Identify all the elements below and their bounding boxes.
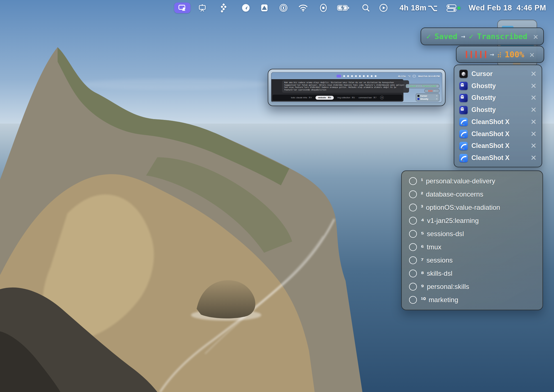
task-number: ⁷: [421, 256, 424, 264]
ghostty-app-icon: [459, 106, 468, 114]
cursor-app-icon: [459, 70, 468, 78]
close-icon[interactable]: ✕: [530, 118, 537, 126]
window-row[interactable]: CleanShot X ✕: [459, 118, 537, 126]
radio-button[interactable]: [409, 204, 417, 211]
radio-button[interactable]: [409, 190, 417, 198]
wifi-icon[interactable]: [298, 4, 308, 12]
display-mirroring-icon[interactable]: [198, 4, 206, 12]
task-row[interactable]: ⁵ sessions-dsl: [409, 228, 542, 240]
close-icon[interactable]: ✕: [530, 94, 537, 102]
mini-tab: img collection⌘6: [337, 96, 355, 99]
screenshot-preview-thumbnail[interactable]: 4h 17m ⌥ Wed Feb 18 4:45 PM Bak ama biz …: [268, 69, 446, 106]
radio-button[interactable]: [409, 270, 417, 277]
desktop: { "colors": { "accent_purple": "#7a6cf0"…: [0, 0, 554, 392]
radio-button[interactable]: [409, 283, 417, 291]
window-app-name: Ghostty: [471, 94, 496, 102]
radio-button[interactable]: [409, 296, 417, 304]
close-icon[interactable]: ✕: [530, 154, 537, 162]
task-list-panel: ¹ personal:value-delivery ² database-con…: [401, 170, 543, 310]
close-icon[interactable]: ✕: [530, 106, 537, 114]
transcribed-label: Transcribed: [477, 32, 527, 41]
task-label: database-concerns: [426, 190, 483, 198]
mini-control-center-icon: [413, 75, 416, 77]
task-row[interactable]: ⁶ tmux: [409, 241, 542, 253]
mini-menubar-icon: [343, 75, 345, 77]
close-icon[interactable]: ✕: [530, 130, 537, 138]
window-row[interactable]: CleanShot X ✕: [459, 142, 537, 150]
task-label: marketing: [429, 296, 458, 304]
ghostty-app-icon: [459, 82, 468, 90]
mini-add-tab-icon: +: [380, 96, 384, 99]
task-label: personal:skills: [427, 283, 469, 291]
shapes-app-icon[interactable]: [260, 4, 269, 12]
mini-menubar-icon: [355, 75, 357, 77]
saved-label: Saved: [435, 32, 457, 41]
option-key-icon[interactable]: ⌥: [428, 0, 438, 16]
mini-dictation-overlay: Bak ama biz sadece arama olayı değiliz. …: [282, 80, 409, 93]
radio-button[interactable]: [409, 230, 417, 238]
task-row[interactable]: ⁹ personal:skills: [409, 281, 542, 293]
window-row[interactable]: Ghostty ✕: [459, 106, 537, 114]
check-icon: ✓: [426, 32, 431, 41]
task-row[interactable]: ⁷ sessions: [409, 254, 542, 266]
task-row[interactable]: ⁸ skills-dsl: [409, 267, 542, 280]
menubar-time: 4:46 PM: [517, 4, 546, 12]
location-arrow-icon[interactable]: [242, 4, 250, 12]
arrow-icon: →: [490, 50, 494, 58]
stop-record-icon[interactable]: [319, 3, 328, 12]
spotlight-search-icon[interactable]: [362, 4, 370, 12]
close-icon[interactable]: ✕: [530, 50, 534, 59]
task-label: sessions: [426, 256, 453, 264]
window-row[interactable]: Ghostty ✕: [459, 82, 537, 90]
cleanshot-app-icon: [459, 142, 468, 150]
mini-window-row: Ghostty ✕: [417, 98, 438, 100]
close-icon[interactable]: ✕: [530, 82, 537, 90]
task-row[interactable]: ¹ personal:value-delivery: [409, 175, 542, 187]
mini-menubar-clock: Wed Feb 18 4:45 PM: [418, 75, 440, 78]
task-number: ³: [421, 204, 423, 211]
cleanshot-app-icon: [459, 130, 468, 138]
radio-button[interactable]: [409, 177, 417, 185]
mini-tab: todo: claude infra⌘4: [291, 96, 312, 99]
window-row[interactable]: Cursor ✕: [459, 70, 537, 78]
mini-window-row: Cursor ✕: [417, 95, 438, 97]
mini-tab-bar: todo: claude infra⌘4 website⌘5 img colle…: [273, 95, 402, 101]
window-row[interactable]: CleanShot X ✕: [459, 154, 537, 162]
task-row[interactable]: ³ optionOS:value-radiation: [409, 201, 542, 214]
menubar-timer[interactable]: 4h 18m: [399, 0, 426, 16]
tiles-icon[interactable]: [219, 3, 228, 13]
radio-button[interactable]: [409, 243, 417, 251]
window-row[interactable]: CleanShot X ✕: [459, 130, 537, 138]
ghostty-app-icon: [459, 94, 468, 102]
task-row[interactable]: ² database-concerns: [409, 188, 542, 200]
control-center-icon[interactable]: [446, 4, 457, 12]
window-row[interactable]: Ghostty ✕: [459, 94, 537, 102]
close-icon[interactable]: ✕: [530, 142, 537, 150]
radio-button[interactable]: [409, 256, 417, 264]
mini-screen-recording-icon: [337, 75, 341, 78]
task-row[interactable]: ⁴ v1-jan25:learning: [409, 215, 542, 227]
mini-option-key-icon: ⌥: [408, 75, 410, 78]
close-icon[interactable]: ✕: [533, 32, 538, 41]
volume-value: 100%: [505, 50, 524, 59]
task-number: ⁴: [421, 217, 424, 225]
menubar-clock[interactable]: Wed Feb 18 4:46 PM: [469, 0, 546, 16]
mini-menubar-icon: [359, 75, 361, 77]
task-label: v1-jan25:learning: [427, 217, 479, 225]
radio-button[interactable]: [409, 217, 417, 225]
window-list-panel: Cursor ✕ Ghostty ✕ Ghostty ✕ Ghostty ✕ C…: [454, 65, 542, 167]
one-password-icon[interactable]: [279, 4, 288, 12]
window-app-name: CleanShot X: [471, 118, 509, 126]
play-circle-icon[interactable]: [379, 4, 388, 12]
screen-recording-indicator-icon[interactable]: [174, 3, 190, 13]
task-number: ⁸: [421, 270, 424, 277]
task-label: tmux: [427, 243, 441, 251]
battery-charging-icon[interactable]: [337, 4, 350, 12]
window-app-name: Cursor: [471, 70, 492, 78]
audio-bars-icon: [466, 51, 486, 58]
mini-menubar-icon: [375, 75, 376, 77]
close-icon[interactable]: ✕: [530, 70, 537, 78]
task-row[interactable]: ¹⁰ marketing: [409, 294, 542, 306]
task-label: personal:value-delivery: [426, 177, 495, 185]
mini-overlay-line: Bak ama biz sadece arama olayı değiliz. …: [284, 81, 407, 84]
